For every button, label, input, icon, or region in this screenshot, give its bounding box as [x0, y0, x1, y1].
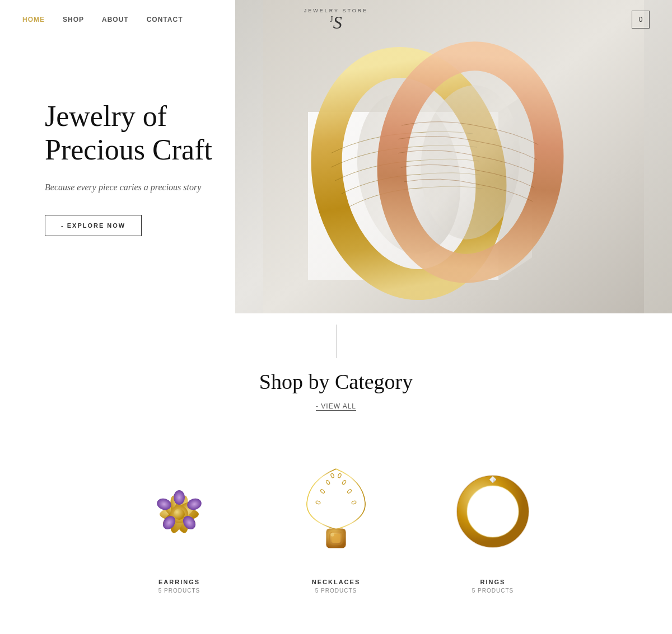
hero-title: Jewelry of Precious Craft [45, 100, 213, 167]
cart-count: 0 [639, 16, 643, 24]
category-earrings[interactable]: EARRINGS 5 PRODUCTS [123, 455, 235, 594]
svg-point-26 [351, 500, 356, 504]
categories-grid: EARRINGS 5 PRODUCTS [22, 455, 650, 594]
svg-point-22 [315, 500, 320, 504]
earrings-label: EARRINGS [158, 579, 200, 585]
rings-icon [448, 467, 538, 556]
svg-point-25 [347, 489, 352, 494]
svg-point-19 [330, 473, 334, 478]
svg-point-20 [325, 480, 330, 485]
svg-point-23 [338, 473, 342, 478]
category-rings[interactable]: RINGS 5 PRODUCTS [437, 455, 549, 594]
view-all-link[interactable]: - VIEW ALL [316, 402, 356, 411]
category-necklaces[interactable]: NECKLACES 5 PRODUCTS [280, 455, 392, 594]
necklaces-icon [291, 467, 381, 556]
svg-point-21 [320, 489, 325, 494]
cart-button[interactable]: 0 [632, 11, 650, 29]
svg-point-33 [457, 476, 529, 547]
svg-point-30 [330, 533, 334, 536]
svg-point-18 [174, 509, 185, 520]
site-logo: JEWELRY STORE JS [304, 8, 368, 31]
main-nav: HOME SHOP ABOUT CONTACT [22, 16, 183, 24]
logo-letters: JS [330, 13, 342, 31]
necklaces-count: 5 PRODUCTS [315, 588, 357, 594]
nav-contact[interactable]: CONTACT [147, 16, 183, 24]
explore-now-button[interactable]: - EXPLORE NOW [45, 215, 142, 236]
rings-svg [263, 0, 644, 313]
svg-point-31 [462, 481, 524, 542]
nav-about[interactable]: ABOUT [102, 16, 129, 24]
earrings-image [123, 455, 235, 567]
necklaces-label: NECKLACES [312, 579, 360, 585]
nav-shop[interactable]: SHOP [63, 16, 84, 24]
section-divider [0, 313, 672, 358]
rings-count: 5 PRODUCTS [472, 588, 514, 594]
site-header: HOME SHOP ABOUT CONTACT JEWELRY STORE JS… [0, 0, 672, 39]
rings-visual [235, 0, 672, 313]
hero-subtitle: Because every piece caries a precious st… [45, 182, 213, 192]
divider-line [336, 325, 337, 358]
svg-point-32 [467, 486, 519, 537]
hero-image [235, 0, 672, 313]
earrings-icon [134, 467, 224, 556]
earrings-count: 5 PRODUCTS [158, 588, 200, 594]
hero-section: Jewelry of Precious Craft Because every … [0, 0, 672, 313]
rings-image [437, 455, 549, 567]
necklaces-image [280, 455, 392, 567]
nav-home[interactable]: HOME [22, 16, 45, 24]
svg-point-13 [174, 490, 185, 505]
rings-label: RINGS [480, 579, 506, 585]
hero-content: Jewelry of Precious Craft Because every … [0, 0, 235, 313]
shop-section: Shop by Category - VIEW ALL [0, 358, 672, 627]
shop-title: Shop by Category [22, 369, 650, 394]
svg-point-24 [342, 480, 347, 485]
